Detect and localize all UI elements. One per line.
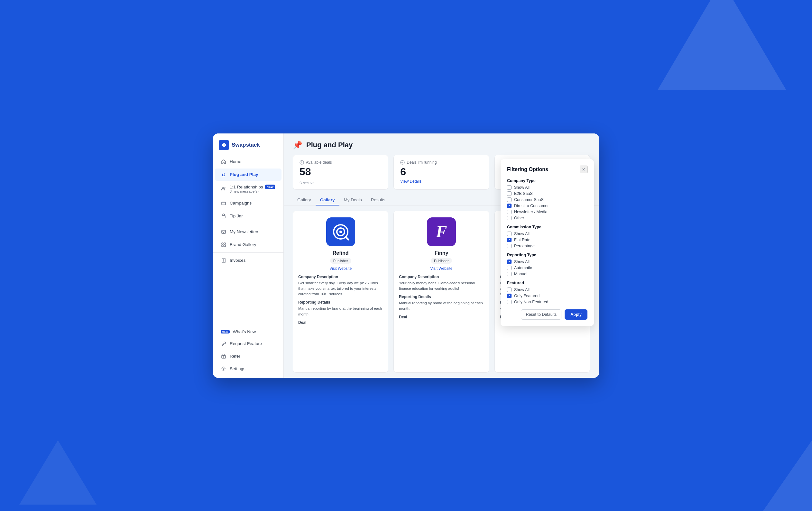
filter-option-ct-consumer-saas[interactable]: Consumer SaaS xyxy=(507,198,587,202)
label-ct-b2b: B2B SaaS xyxy=(514,191,533,196)
checkbox-ft-non-featured[interactable] xyxy=(507,300,512,304)
sidebar-item-tip-jar[interactable]: Tip Jar xyxy=(215,210,282,222)
filter-section-featured: Featured Show All Only Featured Only Non… xyxy=(507,281,587,304)
sidebar-item-plug-and-play[interactable]: Plug and Play xyxy=(215,169,282,181)
checkbox-rt-show-all[interactable] xyxy=(507,260,512,264)
refind-type: Publisher xyxy=(330,258,351,264)
checkbox-ct-b2b[interactable] xyxy=(507,191,512,196)
logo: Swapstack xyxy=(213,133,284,155)
refind-reporting-title: Reporting Details xyxy=(298,300,330,304)
checkbox-ft-show-all[interactable] xyxy=(507,288,512,292)
label-ft-non-featured: Only Non-Featured xyxy=(514,300,548,304)
filter-close-button[interactable]: × xyxy=(580,166,587,173)
finny-desc: Your daily money habit. Game-based perso… xyxy=(399,280,484,292)
tab-my-deals[interactable]: My Deals xyxy=(340,195,367,206)
checkbox-ct-newsletter[interactable] xyxy=(507,210,512,214)
view-details-running[interactable]: View Details xyxy=(400,179,482,184)
label-cm-percentage: Percentage xyxy=(514,244,535,248)
checkbox-ct-show-all[interactable] xyxy=(507,185,512,190)
filter-actions: Reset to Defaults Apply xyxy=(507,309,587,320)
checkbox-cm-percentage[interactable] xyxy=(507,244,512,248)
sidebar-item-request-label: Request Feature xyxy=(230,341,262,346)
filter-option-cm-show-all[interactable]: Show All xyxy=(507,232,587,236)
sidebar-item-brand-gallery[interactable]: Brand Gallery xyxy=(215,239,282,251)
filter-option-ct-other[interactable]: Other xyxy=(507,216,587,220)
refind-reporting: Manual reporting by brand at the beginni… xyxy=(298,306,383,317)
filter-option-ct-show-all[interactable]: Show All xyxy=(507,185,587,190)
checkbox-ct-direct[interactable] xyxy=(507,204,512,208)
label-rt-manual: Manual xyxy=(514,272,527,276)
refind-name: Refind xyxy=(332,250,349,256)
campaign-icon xyxy=(221,200,227,206)
sidebar-item-campaigns[interactable]: Campaigns xyxy=(215,197,282,209)
label-ct-direct: Direct to Consumer xyxy=(514,204,549,208)
tab-results[interactable]: Results xyxy=(367,195,390,206)
logo-icon xyxy=(219,140,229,150)
logo-text: Swapstack xyxy=(232,142,260,148)
label-rt-automatic: Automatic xyxy=(514,266,532,270)
finny-deal-title: Deal xyxy=(399,315,407,319)
sidebar-item-whats-new-label: What's New xyxy=(233,329,256,334)
tab-gallery1[interactable]: Gallery xyxy=(293,195,316,206)
checkbox-rt-manual[interactable] xyxy=(507,272,512,276)
main-content: 📌 Plug and Play Available deals 58 (view… xyxy=(284,133,599,378)
filter-option-ft-non-featured[interactable]: Only Non-Featured xyxy=(507,300,587,304)
label-cm-show-all: Show All xyxy=(514,232,529,236)
filter-option-ct-newsletter[interactable]: Newsletter / Media xyxy=(507,210,587,214)
sidebar-item-whats-new[interactable]: NEW What's New xyxy=(215,326,282,337)
sidebar-item-brand-gallery-label: Brand Gallery xyxy=(230,242,256,247)
sidebar-item-refer-label: Refer xyxy=(230,354,240,359)
filter-option-ct-direct[interactable]: Direct to Consumer xyxy=(507,204,587,208)
reset-button[interactable]: Reset to Defaults xyxy=(521,309,561,320)
sidebar-bottom: NEW What's New Request Feature Refer Se xyxy=(213,323,284,378)
finny-type: Publisher xyxy=(431,258,452,264)
sidebar-item-relationships[interactable]: 1:1 Relationships NEW 3 new message(s) xyxy=(215,181,282,197)
featured-title: Featured xyxy=(507,281,587,285)
filter-panel: Filtering Options × Company Type Show Al… xyxy=(500,159,594,326)
gallery-icon xyxy=(221,242,227,248)
svg-rect-7 xyxy=(224,243,226,244)
sidebar-item-settings[interactable]: Settings xyxy=(215,363,282,375)
sidebar-item-request-feature[interactable]: Request Feature xyxy=(215,338,282,350)
filter-option-ft-show-all[interactable]: Show All xyxy=(507,288,587,292)
filter-option-cm-percentage[interactable]: Percentage xyxy=(507,244,587,248)
gear-icon xyxy=(221,366,227,372)
checkbox-ft-only-featured[interactable] xyxy=(507,294,512,298)
label-ct-newsletter: Newsletter / Media xyxy=(514,210,548,214)
sidebar-item-refer[interactable]: Refer xyxy=(215,350,282,362)
stat-number-running: 6 xyxy=(400,166,482,178)
filter-option-ct-b2b[interactable]: B2B SaaS xyxy=(507,191,587,196)
newsletter-icon xyxy=(221,229,227,235)
label-rt-show-all: Show All xyxy=(514,260,529,264)
label-ct-show-all: Show All xyxy=(514,185,529,190)
checkbox-cm-show-all[interactable] xyxy=(507,232,512,236)
sidebar-item-home[interactable]: Home xyxy=(215,156,282,168)
gallery-card-finny: F Finny Publisher Visit Website Company … xyxy=(394,211,489,373)
divider-2 xyxy=(213,252,284,253)
filter-option-cm-flat[interactable]: Flat Rate xyxy=(507,238,587,242)
finny-desc-title: Company Description xyxy=(399,275,439,279)
sidebar-item-invoices[interactable]: Invoices xyxy=(215,254,282,267)
sidebar-item-newsletters[interactable]: My Newsletters xyxy=(215,226,282,238)
filter-option-rt-show-all[interactable]: Show All xyxy=(507,260,587,264)
checkbox-ct-other[interactable] xyxy=(507,216,512,220)
filter-option-ft-only-featured[interactable]: Only Featured xyxy=(507,294,587,298)
checkbox-ct-consumer-saas[interactable] xyxy=(507,198,512,202)
filter-panel-header: Filtering Options × xyxy=(507,166,587,173)
sidebar-item-invoices-label: Invoices xyxy=(230,258,246,263)
label-ct-consumer-saas: Consumer SaaS xyxy=(514,198,544,202)
checkbox-cm-flat[interactable] xyxy=(507,238,512,242)
refind-visit[interactable]: Visit Website xyxy=(329,266,352,271)
wrench-icon xyxy=(221,341,227,347)
checkbox-rt-automatic[interactable] xyxy=(507,266,512,270)
commission-type-title: Commission Type xyxy=(507,225,587,229)
tab-gallery2[interactable]: Gallery xyxy=(316,195,340,206)
relationships-badge: NEW xyxy=(265,185,276,189)
refind-logo xyxy=(326,217,355,246)
stat-label-running: Deals I'm running xyxy=(400,160,482,164)
filter-option-rt-manual[interactable]: Manual xyxy=(507,272,587,276)
finny-visit[interactable]: Visit Website xyxy=(431,266,453,271)
apply-button[interactable]: Apply xyxy=(564,309,587,320)
filter-option-rt-automatic[interactable]: Automatic xyxy=(507,266,587,270)
plug-icon xyxy=(221,172,227,178)
